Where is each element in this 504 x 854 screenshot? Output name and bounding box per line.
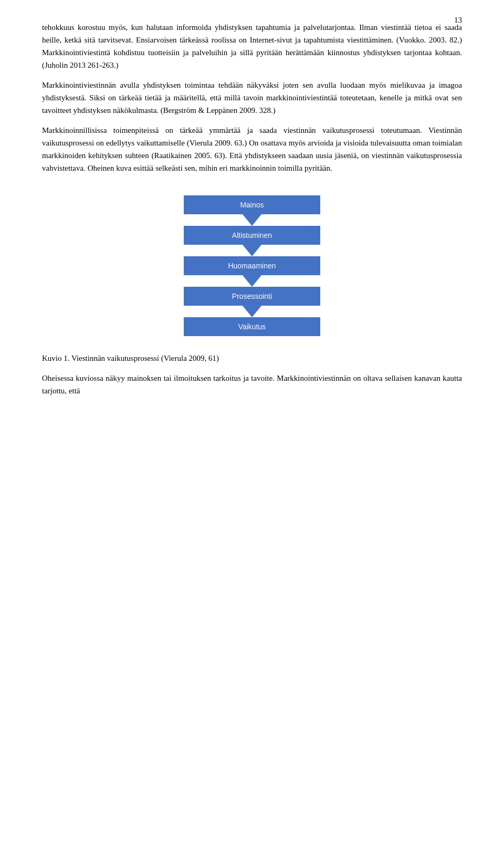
arrow-1 (243, 214, 261, 226)
paragraph-3: Markkinoinnillisissa toimenpiteissä on t… (42, 124, 462, 174)
diagram-caption: Kuvio 1. Viestinnän vaikutusprosessi (Vi… (42, 352, 462, 364)
diagram-box-vaikutus: Vaikutus (184, 317, 320, 336)
paragraph-2: Markkinointiviestinnän avulla yhdistykse… (42, 79, 462, 117)
paragraph-4: Oheisessa kuviossa näkyy mainoksen tai i… (42, 372, 462, 397)
diagram-box-mainos: Mainos (184, 195, 320, 214)
diagram-box-altistuminen: Altistuminen (184, 226, 320, 245)
page: 13 tehokkuus korostuu myös, kun halutaan… (0, 0, 504, 854)
page-number: 13 (454, 16, 462, 25)
diagram-container: Mainos Altistuminen Huomaaminen Prosesso… (173, 195, 331, 336)
arrow-3 (243, 275, 261, 287)
arrow-4 (243, 306, 261, 317)
diagram-box-prosessointi: Prosessointi (184, 287, 320, 306)
arrow-2 (243, 245, 261, 256)
diagram-box-huomaaminen: Huomaaminen (184, 256, 320, 275)
diagram-section: Mainos Altistuminen Huomaaminen Prosesso… (42, 195, 462, 336)
paragraph-1: tehokkuus korostuu myös, kun halutaan in… (42, 21, 462, 71)
